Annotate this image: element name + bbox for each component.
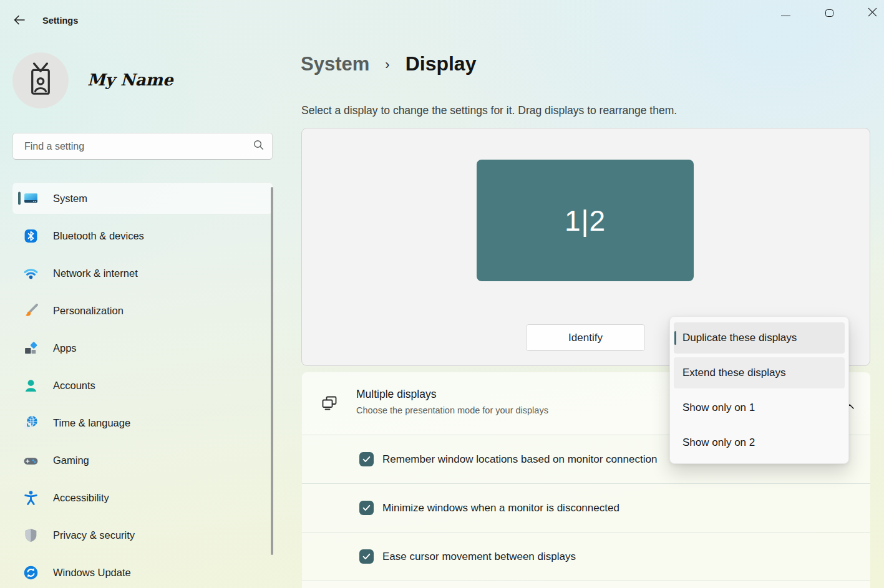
breadcrumb: System › Display xyxy=(301,52,476,75)
sidebar-item-system[interactable]: System xyxy=(12,183,273,214)
minimize-icon xyxy=(781,16,790,17)
sidebar-item-label: Time & language xyxy=(53,417,130,429)
search-icon[interactable] xyxy=(253,139,265,153)
section-title: Multiple displays xyxy=(356,388,436,401)
search-box xyxy=(12,133,273,160)
close-button[interactable] xyxy=(862,4,882,22)
windows-update-icon xyxy=(23,565,39,581)
sidebar-item-time-language[interactable]: Time & language xyxy=(12,407,273,438)
sidebar-item-label: Network & internet xyxy=(53,267,138,279)
gaming-icon xyxy=(23,453,39,468)
sidebar-item-gaming[interactable]: Gaming xyxy=(12,445,273,476)
maximize-button[interactable] xyxy=(820,5,838,21)
sidebar-item-personalization[interactable]: Personalization xyxy=(12,295,273,326)
maximize-icon xyxy=(825,9,833,17)
checkbox-row-ease-cursor: Ease cursor movement between displays xyxy=(302,532,870,581)
accounts-icon xyxy=(23,378,39,393)
sidebar-item-label: Apps xyxy=(53,342,77,354)
sidebar-item-label: Personalization xyxy=(53,305,124,317)
privacy-security-icon xyxy=(23,528,39,543)
apps-icon xyxy=(23,340,39,356)
user-name: My Name xyxy=(87,70,173,89)
personalization-icon xyxy=(23,303,39,319)
sidebar-item-accessibility[interactable]: Accessibility xyxy=(12,482,273,513)
check-icon xyxy=(362,456,371,463)
next-row-partial xyxy=(302,581,870,588)
sidebar-item-label: System xyxy=(53,193,87,205)
checkbox-checked[interactable] xyxy=(359,501,374,515)
sidebar-item-network-internet[interactable]: Network & internet xyxy=(12,258,273,289)
bluetooth-icon xyxy=(23,228,39,244)
section-subtitle: Choose the presentation mode for your di… xyxy=(356,405,548,415)
dropdown-option-show-only-1[interactable]: Show only on 1 xyxy=(674,392,845,423)
accessibility-icon xyxy=(23,490,39,506)
breadcrumb-system[interactable]: System xyxy=(301,53,369,75)
minimize-button[interactable] xyxy=(775,5,796,21)
checkbox-label: Ease cursor movement between displays xyxy=(382,551,576,563)
dual-monitor-icon xyxy=(321,395,338,415)
sidebar-item-accounts[interactable]: Accounts xyxy=(12,370,273,401)
checkbox-row-minimize-windows: Minimize windows when a monitor is disco… xyxy=(302,483,870,532)
sidebar-item-label: Accessibility xyxy=(53,492,109,504)
back-button[interactable] xyxy=(10,12,29,30)
settings-window: Settings My Name System xyxy=(0,0,884,588)
search-input[interactable] xyxy=(23,140,253,153)
dropdown-option-extend[interactable]: Extend these displays xyxy=(674,357,845,388)
id-badge-icon xyxy=(26,62,55,99)
back-arrow-icon xyxy=(13,14,26,29)
sidebar-item-privacy-security[interactable]: Privacy & security xyxy=(12,519,273,551)
time-language-icon xyxy=(23,415,39,431)
sidebar-item-label: Accounts xyxy=(53,380,95,392)
sidebar-item-label: Gaming xyxy=(53,455,89,466)
sidebar-item-label: Bluetooth & devices xyxy=(53,230,144,242)
checkbox-label: Remember window locations based on monit… xyxy=(382,453,657,466)
dropdown-option-duplicate[interactable]: Duplicate these displays xyxy=(674,322,845,354)
page-title: Display xyxy=(406,52,477,75)
system-icon xyxy=(23,191,39,206)
network-icon xyxy=(23,266,39,281)
dropdown-option-show-only-2[interactable]: Show only on 2 xyxy=(674,427,845,458)
page-description: Select a display to change the settings … xyxy=(301,104,677,117)
chevron-right-icon: › xyxy=(385,57,389,73)
check-icon xyxy=(362,504,371,511)
sidebar-item-bluetooth-devices[interactable]: Bluetooth & devices xyxy=(12,220,273,251)
monitor-label: 1|2 xyxy=(565,204,606,238)
checkbox-checked[interactable] xyxy=(359,452,374,466)
checkbox-label: Minimize windows when a monitor is disco… xyxy=(382,502,619,514)
check-icon xyxy=(362,553,371,560)
sidebar-scrollbar[interactable] xyxy=(271,187,273,555)
display-mode-dropdown: Duplicate these displays Extend these di… xyxy=(669,316,849,464)
sidebar-item-label: Privacy & security xyxy=(53,529,135,541)
close-icon xyxy=(868,7,877,19)
sidebar-item-label: Windows Update xyxy=(53,567,131,579)
sidebar-nav: System Bluetooth & devices Network & int… xyxy=(12,183,273,588)
avatar[interactable] xyxy=(12,52,69,108)
checkbox-checked[interactable] xyxy=(359,549,374,564)
sidebar-item-windows-update[interactable]: Windows Update xyxy=(12,557,273,588)
app-title: Settings xyxy=(42,16,78,26)
identify-button[interactable]: Identify xyxy=(526,324,645,351)
sidebar-item-apps[interactable]: Apps xyxy=(12,332,273,364)
monitor-preview[interactable]: 1|2 xyxy=(477,160,694,281)
